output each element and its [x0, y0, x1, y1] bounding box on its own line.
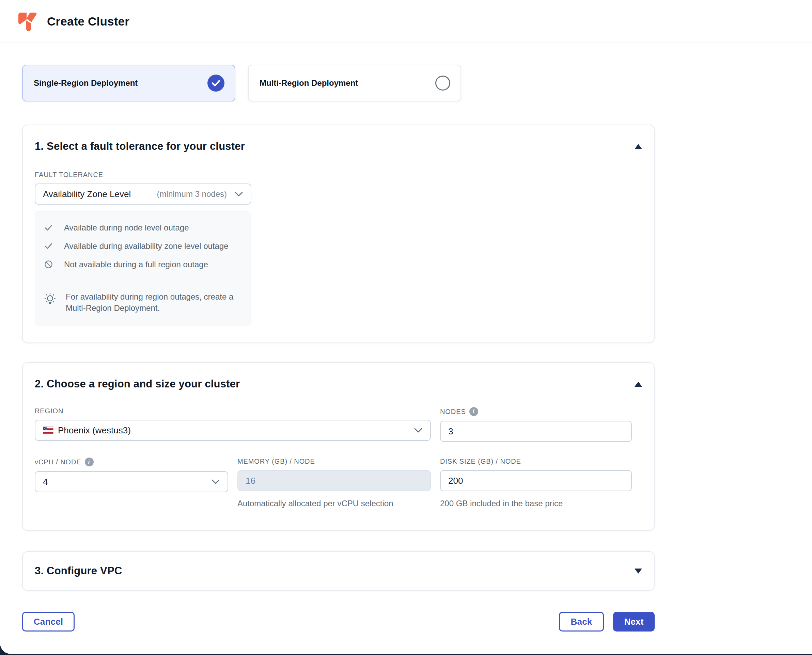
fault-tolerance-label: FAULT TOLERANCE: [35, 171, 642, 179]
fault-tolerance-info-panel: Available during node level outage Avail…: [35, 211, 251, 326]
section-configure-vpc-header[interactable]: 3. Configure VPC: [35, 565, 642, 577]
fault-tolerance-hint: (minimum 3 nodes): [157, 189, 227, 199]
section-title: 1. Select a fault tolerance for your clu…: [35, 140, 245, 152]
feature-text: Not available during a full region outag…: [64, 260, 208, 270]
region-label: REGION: [35, 407, 431, 415]
radio-circle-icon: [435, 75, 450, 91]
chevron-down-icon: [414, 427, 423, 433]
section-fault-tolerance: 1. Select a fault tolerance for your clu…: [22, 125, 655, 343]
collapse-up-icon[interactable]: [635, 144, 642, 149]
ban-icon: [44, 260, 53, 269]
cancel-button[interactable]: Cancel: [22, 612, 75, 632]
nodes-input[interactable]: [440, 421, 632, 442]
section-fault-tolerance-header[interactable]: 1. Select a fault tolerance for your clu…: [35, 140, 642, 152]
tip-text: For availability during region outages, …: [66, 291, 242, 314]
info-icon[interactable]: i: [85, 458, 94, 466]
check-icon: [44, 241, 53, 251]
section-title: 3. Configure VPC: [35, 565, 122, 577]
feature-item: Not available during a full region outag…: [44, 260, 242, 270]
fault-tolerance-select[interactable]: Availability Zone Level (minimum 3 nodes…: [35, 183, 251, 204]
tip-row: For availability during region outages, …: [44, 291, 242, 314]
check-circle-icon: [207, 75, 225, 92]
deployment-option-label: Single-Region Deployment: [34, 78, 138, 88]
chevron-down-icon: [234, 191, 243, 197]
next-button[interactable]: Next: [613, 612, 655, 632]
page-title: Create Cluster: [47, 15, 129, 28]
disk-field: DISK SIZE (GB) / NODE 200 GB included in…: [440, 458, 632, 508]
nodes-field: NODES i: [440, 407, 632, 442]
fault-tolerance-value: Availability Zone Level: [43, 189, 131, 200]
lightbulb-icon: [44, 292, 56, 307]
info-icon[interactable]: i: [469, 407, 478, 416]
vcpu-select[interactable]: 4: [35, 471, 228, 492]
region-field: REGION: [35, 407, 431, 442]
vcpu-value: 4: [43, 477, 48, 487]
collapse-down-icon[interactable]: [635, 569, 642, 574]
feature-item: Available during node level outage: [44, 223, 242, 233]
size-grid: REGION: [35, 407, 642, 508]
section-region-size: 2. Choose a region and size your cluster…: [22, 362, 655, 531]
check-icon: [44, 223, 53, 232]
feature-item: Available during availability zone level…: [44, 241, 242, 251]
vcpu-field: vCPU / NODE i 4: [35, 458, 228, 508]
disk-input[interactable]: [440, 470, 632, 491]
memory-label: MEMORY (GB) / NODE: [237, 458, 431, 465]
nodes-label: NODES: [440, 408, 466, 416]
panel-divider: [44, 280, 242, 280]
chevron-down-icon: [211, 479, 220, 484]
section-region-size-header[interactable]: 2. Choose a region and size your cluster: [35, 378, 642, 390]
deployment-option-multi-region[interactable]: Multi-Region Deployment: [248, 65, 461, 101]
vcpu-label: vCPU / NODE: [35, 458, 82, 466]
wizard-content: Single-Region Deployment Multi-Region De…: [0, 65, 677, 632]
feature-text: Available during node level outage: [64, 223, 189, 233]
region-select[interactable]: Phoenix (westus3): [35, 420, 431, 441]
yugabyte-logo-icon: [16, 11, 38, 32]
collapse-up-icon[interactable]: [635, 381, 642, 387]
create-cluster-page: Create Cluster Single-Region Deployment …: [0, 0, 812, 654]
disk-helper: 200 GB included in the base price: [440, 499, 632, 508]
deployment-option-single-region[interactable]: Single-Region Deployment: [22, 65, 235, 101]
section-configure-vpc: 3. Configure VPC: [22, 551, 655, 590]
memory-helper: Automatically allocated per vCPU selecti…: [237, 499, 431, 508]
wizard-footer: Cancel Back Next: [22, 612, 655, 632]
deployment-type-selector: Single-Region Deployment Multi-Region De…: [22, 65, 677, 101]
deployment-option-label: Multi-Region Deployment: [260, 78, 358, 88]
region-value: Phoenix (westus3): [58, 425, 131, 436]
us-flag-icon: [43, 427, 54, 434]
back-button[interactable]: Back: [559, 612, 604, 632]
memory-input: [237, 470, 431, 491]
section-title: 2. Choose a region and size your cluster: [35, 378, 240, 390]
memory-field: MEMORY (GB) / NODE Automatically allocat…: [237, 458, 431, 508]
feature-text: Available during availability zone level…: [64, 241, 228, 251]
disk-label: DISK SIZE (GB) / NODE: [440, 458, 632, 465]
page-header: Create Cluster: [0, 0, 812, 43]
